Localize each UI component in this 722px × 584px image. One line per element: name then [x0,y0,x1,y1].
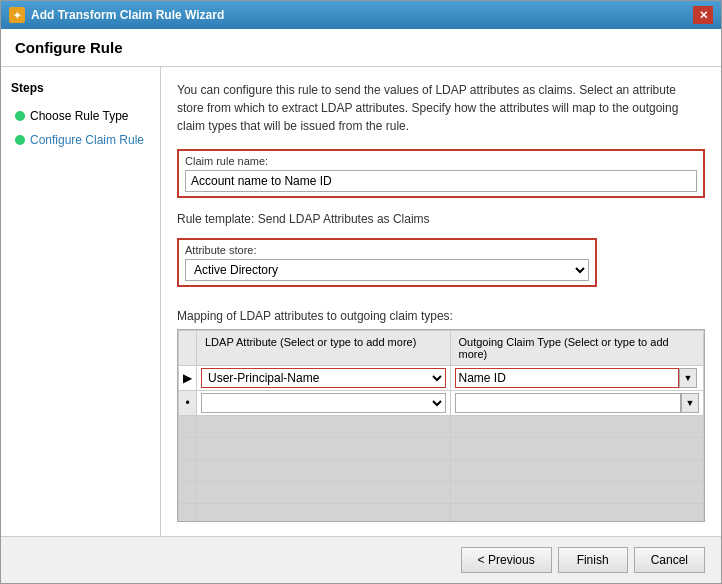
main-window: ✦ Add Transform Claim Rule Wizard ✕ Conf… [0,0,722,584]
app-icon: ✦ [9,7,25,23]
empty-ldap-select[interactable] [201,393,446,413]
cancel-button[interactable]: Cancel [634,547,705,573]
attribute-store-label: Attribute store: [185,244,589,256]
sidebar-item-choose-rule-type[interactable]: Choose Rule Type [11,107,150,125]
mapping-table: LDAP Attribute (Select or type to add mo… [178,330,704,522]
sidebar-item-label-2: Configure Claim Rule [30,133,144,147]
table-row: ▶ User-Principal-Name ▼ [179,366,704,391]
empty-outgoing-btn[interactable]: ▼ [681,393,699,413]
page-title: Configure Rule [1,29,721,67]
previous-label: < Previous [478,553,535,567]
empty-ldap-cell [197,391,451,416]
ldap-attribute-select[interactable]: User-Principal-Name [201,368,446,388]
filler-row-3 [179,460,704,482]
rule-template-text: Rule template: Send LDAP Attributes as C… [177,212,705,226]
row-arrow: ▶ [179,366,197,391]
filler-row-4 [179,482,704,504]
outgoing-claim-input[interactable] [455,368,680,388]
empty-outgoing-container: ▼ [455,393,700,413]
ldap-attribute-cell: User-Principal-Name [197,366,451,391]
filler-row-5 [179,504,704,523]
mapping-table-container: LDAP Attribute (Select or type to add mo… [177,329,705,522]
title-bar: ✦ Add Transform Claim Rule Wizard ✕ [1,1,721,29]
step-dot-2 [15,135,25,145]
close-button[interactable]: ✕ [693,6,713,24]
step-dot-1 [15,111,25,121]
title-bar-left: ✦ Add Transform Claim Rule Wizard [9,7,224,23]
claim-rule-name-box: Claim rule name: [177,149,705,198]
outgoing-dropdown-button[interactable]: ▼ [679,368,697,388]
claim-rule-name-input[interactable] [185,170,697,192]
sidebar-item-label-1: Choose Rule Type [30,109,129,123]
attribute-store-box: Attribute store: Active Directory [177,238,597,287]
table-empty-row: • ▼ [179,391,704,416]
rule-template-value: Send LDAP Attributes as Claims [258,212,430,226]
arrow-col-header [179,331,197,366]
claim-rule-name-group: Claim rule name: [177,149,705,202]
outgoing-col-header: Outgoing Claim Type (Select or type to a… [450,331,704,366]
ldap-col-header: LDAP Attribute (Select or type to add mo… [197,331,451,366]
sidebar-header: Steps [11,81,150,95]
content-area: Steps Choose Rule Type Configure Claim R… [1,67,721,536]
mapping-label: Mapping of LDAP attributes to outgoing c… [177,309,705,323]
previous-button[interactable]: < Previous [461,547,552,573]
attribute-store-group: Attribute store: Active Directory [177,238,705,299]
main-panel: You can configure this rule to send the … [161,67,721,536]
outgoing-claim-cell: ▼ [450,366,704,391]
sidebar-item-configure-claim-rule[interactable]: Configure Claim Rule [11,131,150,149]
rule-template-label: Rule template: [177,212,258,226]
window-title: Add Transform Claim Rule Wizard [31,8,224,22]
empty-outgoing-input[interactable] [455,393,682,413]
filler-row-2 [179,438,704,460]
finish-button[interactable]: Finish [558,547,628,573]
claim-rule-name-label: Claim rule name: [185,155,697,167]
sidebar: Steps Choose Rule Type Configure Claim R… [1,67,161,536]
empty-arrow: • [179,391,197,416]
attribute-store-select[interactable]: Active Directory [185,259,589,281]
footer: < Previous Finish Cancel [1,536,721,583]
description-text: You can configure this rule to send the … [177,81,705,135]
filler-row-1 [179,416,704,438]
outgoing-cell-container: ▼ [455,368,700,388]
empty-outgoing-cell: ▼ [450,391,704,416]
